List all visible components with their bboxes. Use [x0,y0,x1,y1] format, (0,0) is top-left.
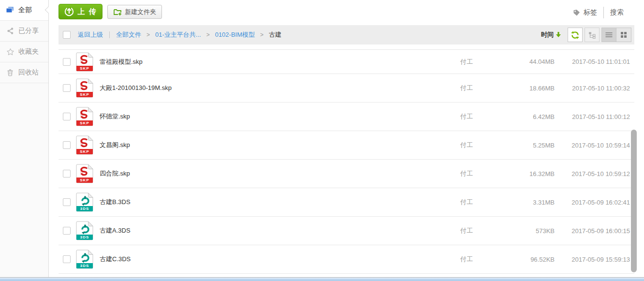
share-icon [6,27,15,35]
row-checkbox[interactable] [63,141,71,149]
file-date: 2017-05-10 10:59:14 [555,142,634,149]
refresh-button[interactable] [568,28,583,42]
path-bar: 返回上级 全部文件>01-业主平台共...>0102-BIM模型>古建 时间 [59,25,634,44]
file-type-icon: 3DS [76,250,93,269]
file-name[interactable]: 古建C.3DS [100,255,460,264]
back-to-parent-link[interactable]: 返回上级 [78,30,103,39]
row-checkbox[interactable] [63,170,71,177]
file-badge: 3DS [76,206,93,211]
search-button[interactable]: 搜索 [610,8,624,17]
file-date: 2017-05-10 10:59:12 [555,170,634,177]
breadcrumb-separator: > [260,31,263,38]
file-row[interactable]: SKP 怀德堂.skp 付工 6.42MB 2017-05-10 11:00:1… [59,103,634,131]
sort-label: 时间 [541,30,554,39]
file-badge: SKP [76,149,93,154]
file-uploader: 付工 [460,198,484,207]
file-uploader: 付工 [460,255,484,264]
file-size: 18.66MB [484,85,555,92]
file-badge: SKP [76,120,93,126]
file-row[interactable]: SKP 文昌阁.skp 付工 5.25MB 2017-05-10 10:59:1… [59,131,634,160]
file-date: 2017-05-10 11:01:01 [555,58,634,65]
grid-view-icon [620,31,627,38]
file-name[interactable]: 大殿1-20100130-19M.skp [100,84,460,92]
star-icon [6,47,15,56]
file-row[interactable]: SKP 雷祖殿模型.skp 付工 44.04MB 2017-05-10 11:0… [59,50,634,74]
sidebar-item-favorites[interactable]: 收藏夹 [0,42,48,62]
row-checkbox[interactable] [63,113,71,120]
refresh-icon [571,30,580,40]
sidebar-item-shared[interactable]: 已分享 [0,21,48,42]
file-name[interactable]: 四合院.skp [100,169,460,178]
file-row[interactable]: SKP 大殿1-20100130-19M.skp 付工 18.66MB 2017… [59,74,634,103]
upload-button-label: 上 传 [77,7,97,16]
content-area: 上 传 新建文件夹 标签 [49,0,644,277]
trash-icon [6,68,15,77]
file-name[interactable]: 雷祖殿模型.skp [100,58,460,66]
folders-icon [6,6,15,15]
toolbar-right: 标签 搜索 [572,0,624,25]
tags-button[interactable]: 标签 [572,8,597,17]
select-all-checkbox[interactable] [63,31,71,39]
file-size: 573KB [484,227,555,235]
file-badge: 3DS [76,263,93,268]
breadcrumb-separator: > [206,31,210,38]
sidebar-item-all[interactable]: 全部 [0,0,48,21]
file-size: 96.52KB [484,256,555,263]
tag-icon [572,9,581,17]
breadcrumb-link[interactable]: 01-业主平台共... [155,30,201,39]
breadcrumb-current: 古建 [269,30,281,39]
new-folder-icon [113,8,122,16]
breadcrumb-link[interactable]: 0102-BIM模型 [215,30,255,39]
row-checkbox[interactable] [63,58,71,66]
tags-label: 标签 [584,8,597,17]
file-type-icon: SKP [76,107,93,126]
file-date: 2017-05-10 11:00:12 [555,113,634,120]
file-name[interactable]: 文昌阁.skp [100,141,460,149]
file-row[interactable]: 3DS 古建C.3DS 付工 96.52KB 2017-05-09 15:59:… [59,245,634,274]
file-type-icon: SKP [76,52,93,72]
file-size: 16.32MB [484,170,555,177]
toolbar: 上 传 新建文件夹 标签 [49,0,644,25]
file-type-icon: SKP [76,135,93,155]
vertical-scrollbar-thumb[interactable] [631,130,637,272]
upload-button[interactable]: 上 传 [59,4,102,19]
file-name[interactable]: 怀德堂.skp [100,112,460,121]
view-toggle-group [601,28,631,42]
new-folder-button[interactable]: 新建文件夹 [107,5,162,19]
file-name[interactable]: 古建A.3DS [100,226,460,235]
breadcrumb-separator: > [146,31,150,38]
file-uploader: 付工 [460,112,484,121]
file-type-icon: 3DS [76,221,93,240]
file-type-icon: 3DS [76,192,93,212]
sort-desc-arrow-icon [556,32,561,38]
window-bottom-edge [0,277,644,281]
grid-view-button[interactable] [616,28,631,42]
row-checkbox[interactable] [63,227,71,235]
file-type-icon: SKP [76,78,93,98]
sidebar-item-label: 已分享 [18,27,39,35]
row-checkbox[interactable] [63,255,71,263]
file-row[interactable]: 3DS 古建B.3DS 付工 3.31MB 2017-05-09 16:02:4… [59,188,634,217]
sidebar-item-label: 回收站 [18,68,39,77]
file-size: 5.25MB [484,142,555,149]
breadcrumb-link[interactable]: 全部文件 [116,30,141,39]
file-name[interactable]: 古建B.3DS [100,198,460,207]
pathbar-divider [109,31,110,38]
file-date: 2017-05-09 15:59:13 [555,256,634,263]
sidebar-item-recycle[interactable]: 回收站 [0,62,48,83]
breadcrumb: 全部文件>01-业主平台共...>0102-BIM模型>古建 [116,30,281,39]
file-row[interactable]: 3DS 古建A.3DS 付工 573KB 2017-05-09 16:00:15 [59,217,634,245]
file-size: 6.42MB [484,113,555,120]
new-folder-button-label: 新建文件夹 [125,8,156,16]
tree-view-button[interactable] [585,28,600,42]
file-row[interactable]: SKP 四合院.skp 付工 16.32MB 2017-05-10 10:59:… [59,160,634,188]
file-uploader: 付工 [460,141,484,149]
file-type-icon: SKP [76,164,93,183]
sort-by-time-button[interactable]: 时间 [541,30,561,39]
row-checkbox[interactable] [63,84,71,92]
toolbar-divider [603,7,604,18]
sidebar-item-label: 全部 [18,6,32,15]
file-size: 3.31MB [484,199,555,206]
row-checkbox[interactable] [63,198,71,206]
list-view-button[interactable] [601,28,616,42]
